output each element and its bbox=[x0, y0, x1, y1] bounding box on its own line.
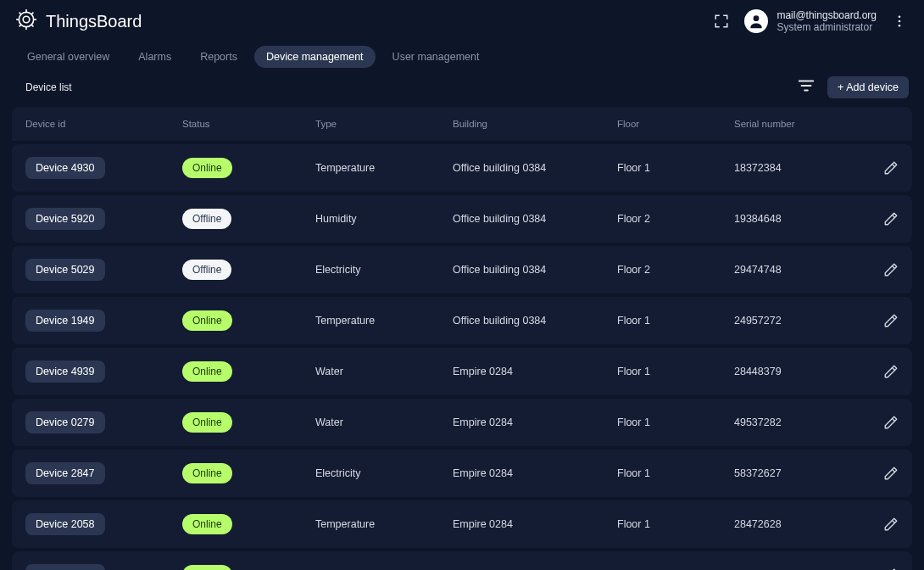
pencil-icon bbox=[883, 415, 899, 430]
svg-point-0 bbox=[19, 12, 33, 26]
svg-point-11 bbox=[899, 15, 901, 18]
cell-building: Office building 0384 bbox=[453, 264, 617, 276]
cell-floor: Floor 1 bbox=[617, 518, 734, 530]
svg-point-1 bbox=[23, 16, 30, 23]
table-row: Device 4930OnlineTemperatureOffice build… bbox=[12, 144, 912, 192]
cell-floor: Floor 1 bbox=[617, 366, 734, 377]
col-header-floor: Floor bbox=[617, 119, 734, 129]
pencil-icon bbox=[883, 160, 899, 176]
tab-alarms[interactable]: Alarms bbox=[126, 46, 183, 68]
edit-button[interactable] bbox=[883, 160, 899, 176]
edit-button[interactable] bbox=[883, 466, 899, 481]
edit-button[interactable] bbox=[883, 517, 899, 532]
pencil-icon bbox=[883, 313, 899, 328]
tab-user-management[interactable]: User management bbox=[381, 46, 492, 68]
cell-type: Water bbox=[315, 416, 453, 428]
svg-line-6 bbox=[19, 13, 21, 14]
table-header: Device id Status Type Building Floor Ser… bbox=[12, 107, 912, 141]
filter-button[interactable] bbox=[797, 76, 815, 98]
device-id-chip[interactable]: Device 4939 bbox=[25, 360, 105, 383]
cell-serial: 18372384 bbox=[734, 162, 861, 174]
user-email: mail@thingsboard.org bbox=[776, 9, 877, 21]
status-badge: Online bbox=[182, 158, 232, 178]
svg-point-12 bbox=[899, 20, 901, 23]
cell-building: Empire 0284 bbox=[453, 518, 617, 530]
user-role: System administrator bbox=[776, 21, 877, 33]
table-row: Device 5029OfflineElectricityOffice buil… bbox=[12, 246, 912, 293]
add-device-button[interactable]: + Add device bbox=[827, 76, 909, 98]
edit-button[interactable] bbox=[883, 313, 899, 328]
cell-serial: 28448379 bbox=[734, 366, 861, 377]
col-header-building: Building bbox=[453, 119, 617, 129]
cell-floor: Floor 1 bbox=[617, 162, 734, 174]
cell-type: Electricity bbox=[315, 264, 453, 276]
device-id-chip[interactable]: Device 1949 bbox=[25, 310, 105, 332]
avatar-icon bbox=[744, 9, 768, 33]
status-badge: Online bbox=[182, 412, 232, 433]
device-id-chip[interactable]: Device 3952 bbox=[25, 564, 105, 570]
device-id-chip[interactable]: Device 5029 bbox=[25, 259, 105, 281]
tab-reports[interactable]: Reports bbox=[188, 46, 249, 68]
brand-title: ThingsBoard bbox=[46, 12, 142, 31]
cell-type: Humidity bbox=[315, 213, 453, 225]
status-badge: Offline bbox=[182, 260, 231, 280]
cell-serial: 49537282 bbox=[734, 416, 861, 428]
pencil-icon bbox=[883, 211, 899, 226]
cell-building: Empire 0284 bbox=[453, 416, 617, 428]
edit-button[interactable] bbox=[883, 262, 899, 277]
user-menu[interactable]: mail@thingsboard.org System administrato… bbox=[744, 9, 877, 34]
svg-line-9 bbox=[31, 13, 33, 14]
pencil-icon bbox=[883, 364, 899, 379]
edit-button[interactable] bbox=[883, 211, 899, 226]
pencil-icon bbox=[883, 517, 899, 532]
edit-button[interactable] bbox=[883, 415, 899, 430]
status-badge: Online bbox=[182, 514, 232, 534]
status-badge: Online bbox=[182, 361, 232, 382]
svg-line-8 bbox=[19, 25, 21, 26]
cell-serial: 24957272 bbox=[734, 315, 861, 327]
col-header-type: Type bbox=[315, 119, 453, 129]
table-row: Device 5920OfflineHumidityOffice buildin… bbox=[12, 195, 912, 243]
cell-type: Temperature bbox=[315, 162, 453, 174]
device-id-chip[interactable]: Device 5920 bbox=[25, 208, 105, 230]
cell-floor: Floor 1 bbox=[617, 416, 734, 428]
fullscreen-button[interactable] bbox=[710, 10, 732, 32]
brand-logo-icon bbox=[15, 8, 37, 34]
table-row: Device 4939OnlineWaterEmpire 0284Floor 1… bbox=[12, 348, 912, 395]
status-badge: Online bbox=[182, 463, 232, 483]
device-id-chip[interactable]: Device 0279 bbox=[25, 411, 105, 433]
cell-building: Empire 0284 bbox=[453, 467, 617, 479]
cell-building: Office building 0384 bbox=[453, 213, 617, 225]
brand: ThingsBoard bbox=[15, 8, 142, 34]
cell-floor: Floor 2 bbox=[617, 213, 734, 225]
status-badge: Online bbox=[182, 565, 232, 570]
col-header-status: Status bbox=[182, 119, 315, 129]
cell-building: Office building 0384 bbox=[453, 315, 617, 327]
cell-floor: Floor 1 bbox=[617, 315, 734, 327]
list-title: Device list bbox=[25, 81, 72, 93]
device-id-chip[interactable]: Device 4930 bbox=[25, 157, 105, 179]
tab-general-overview[interactable]: General overview bbox=[15, 46, 121, 68]
cell-serial: 58372627 bbox=[734, 467, 861, 479]
col-header-device: Device id bbox=[25, 119, 182, 129]
device-id-chip[interactable]: Device 2058 bbox=[25, 513, 105, 535]
cell-type: Water bbox=[315, 366, 453, 377]
table-row: Device 2058OnlineTemperatureEmpire 0284F… bbox=[12, 500, 912, 548]
svg-line-7 bbox=[31, 25, 33, 26]
cell-type: Electricity bbox=[315, 467, 453, 479]
cell-serial: 28472628 bbox=[734, 518, 861, 530]
table-row: Device 1949OnlineTemperatureOffice build… bbox=[12, 297, 912, 344]
svg-point-13 bbox=[899, 25, 901, 27]
table-row: Device 2847OnlineElectricityEmpire 0284F… bbox=[12, 450, 912, 497]
cell-floor: Floor 1 bbox=[617, 467, 734, 479]
cell-serial: 29474748 bbox=[734, 264, 861, 276]
status-badge: Offline bbox=[182, 209, 231, 229]
tab-device-management[interactable]: Device management bbox=[254, 46, 376, 68]
edit-button[interactable] bbox=[883, 364, 899, 379]
device-id-chip[interactable]: Device 2847 bbox=[25, 462, 105, 484]
more-menu-button[interactable] bbox=[888, 10, 910, 32]
cell-type: Temperature bbox=[315, 518, 453, 530]
cell-serial: 19384648 bbox=[734, 213, 861, 225]
table-row: Device 3952OnlineCO2Empire 0284Floor 128… bbox=[12, 551, 912, 570]
cell-building: Empire 0284 bbox=[453, 366, 617, 377]
